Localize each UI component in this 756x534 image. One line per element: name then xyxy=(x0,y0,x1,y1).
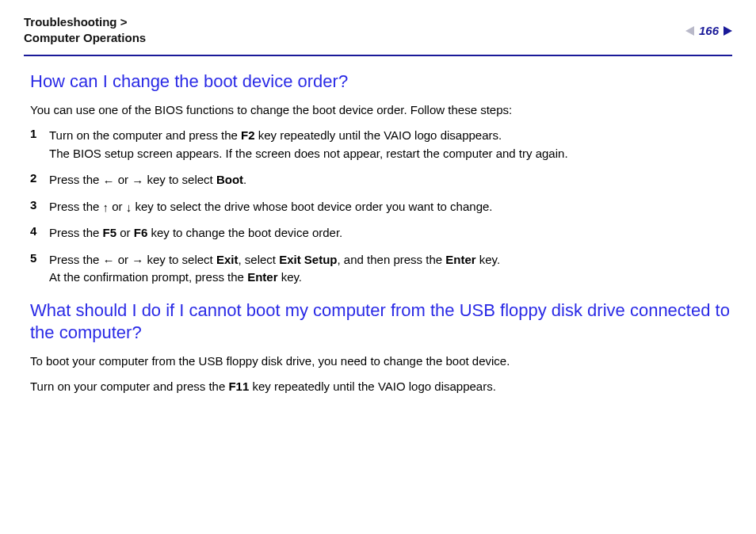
next-page-arrow-icon[interactable] xyxy=(724,26,732,36)
left-arrow-icon: ← xyxy=(103,254,115,266)
step-text: Press the ← or → key to select Exit, sel… xyxy=(49,251,500,287)
section-title: What should I do if I cannot boot my com… xyxy=(30,299,732,345)
step-item: 1 Turn on the computer and press the F2 … xyxy=(30,127,732,162)
right-arrow-icon: → xyxy=(132,175,143,187)
paragraph: To boot your computer from the USB flopp… xyxy=(30,353,732,371)
left-arrow-icon: ← xyxy=(103,175,115,187)
page-header: Troubleshooting > Computer Operations 16… xyxy=(24,14,732,56)
page-number: 166 xyxy=(697,24,720,37)
step-number: 4 xyxy=(30,224,49,238)
breadcrumb: Troubleshooting > Computer Operations xyxy=(24,14,146,45)
step-item: 2 Press the ← or → key to select Boot. xyxy=(30,171,732,189)
steps-list: 1 Turn on the computer and press the F2 … xyxy=(30,127,732,287)
step-number: 3 xyxy=(30,198,49,212)
down-arrow-icon: ↓ xyxy=(126,201,132,213)
page-navigation: 166 xyxy=(685,24,732,37)
step-number: 5 xyxy=(30,251,49,265)
step-text: Turn on the computer and press the F2 ke… xyxy=(49,127,568,162)
step-item: 3 Press the ↑ or ↓ key to select the dri… xyxy=(30,198,732,216)
right-arrow-icon: → xyxy=(132,254,143,266)
section-intro: You can use one of the BIOS functions to… xyxy=(30,101,732,120)
step-item: 5 Press the ← or → key to select Exit, s… xyxy=(30,251,732,287)
step-number: 1 xyxy=(30,127,49,140)
step-text: Press the ↑ or ↓ key to select the drive… xyxy=(49,198,493,216)
step-item: 4 Press the F5 or F6 key to change the b… xyxy=(30,224,732,242)
section-title: How can I change the boot device order? xyxy=(30,71,732,93)
step-number: 2 xyxy=(30,171,49,185)
page-content: How can I change the boot device order? … xyxy=(24,71,732,396)
breadcrumb-line-1: Troubleshooting > xyxy=(24,14,146,30)
up-arrow-icon: ↑ xyxy=(103,201,109,213)
breadcrumb-line-2: Computer Operations xyxy=(24,30,146,46)
prev-page-arrow-icon[interactable] xyxy=(685,26,694,36)
paragraph: Turn on your computer and press the F11 … xyxy=(30,378,732,396)
step-text: Press the ← or → key to select Boot. xyxy=(49,171,246,189)
step-text: Press the F5 or F6 key to change the boo… xyxy=(49,224,342,242)
